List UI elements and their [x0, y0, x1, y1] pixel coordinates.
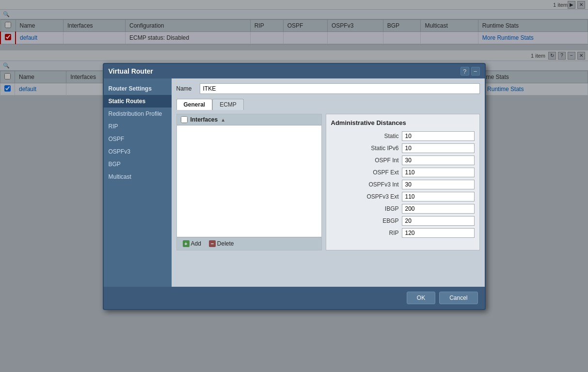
sidebar-item-ospf[interactable]: OSPF — [104, 133, 172, 145]
delete-interface-button[interactable]: − Delete — [207, 239, 236, 248]
admin-field-input-3[interactable] — [402, 168, 475, 177]
interfaces-body — [177, 125, 321, 237]
sidebar-item-redistribution[interactable]: Redistribution Profile — [104, 108, 172, 120]
interfaces-header-label: Interfaces — [191, 116, 218, 123]
sidebar-item-rip[interactable]: RIP — [104, 120, 172, 133]
admin-row: OSPF Ext — [331, 168, 475, 177]
dialog-title: Virtual Router — [109, 67, 153, 75]
admin-row: IBGP — [331, 204, 475, 214]
name-input[interactable] — [200, 83, 480, 94]
virtual-router-dialog: Virtual Router ? − Router Settings Stati… — [103, 63, 486, 310]
minimize-icon-dialog[interactable]: − — [471, 67, 480, 76]
name-label: Name — [176, 85, 196, 92]
admin-row: OSPFv3 Ext — [331, 192, 475, 202]
tab-content-general: Interfaces ▲ + Add − Delete — [176, 114, 480, 250]
sidebar-item-bgp[interactable]: BGP — [104, 158, 172, 170]
help-icon-dialog[interactable]: ? — [461, 67, 469, 76]
dialog-sidebar: Router Settings Static Routes Redistribu… — [104, 78, 172, 287]
admin-distances-title: Administrative Distances — [331, 119, 475, 126]
interfaces-panel: Interfaces ▲ + Add − Delete — [176, 114, 322, 250]
admin-field-input-1[interactable] — [402, 143, 475, 153]
delete-label: Delete — [217, 240, 234, 247]
name-row: Name — [176, 83, 480, 94]
dialog-footer: OK Cancel — [104, 287, 485, 309]
admin-field-input-8[interactable] — [402, 228, 475, 238]
tabs-row: General ECMP — [176, 99, 480, 110]
sidebar-item-ospfv3[interactable]: OSPFv3 — [104, 145, 172, 158]
admin-field-input-2[interactable] — [402, 155, 475, 165]
admin-row: RIP — [331, 228, 475, 238]
admin-field-input-4[interactable] — [402, 180, 475, 189]
admin-row: OSPFv3 Int — [331, 180, 475, 189]
admin-field-label-8: RIP — [355, 230, 399, 236]
admin-row: EBGP — [331, 216, 475, 226]
admin-fields-container: Static Static IPv6 OSPF Int OSPF Ext OSP… — [331, 131, 475, 238]
sidebar-item-static-routes[interactable]: Static Routes — [104, 95, 172, 108]
admin-field-label-2: OSPF Int — [355, 157, 399, 164]
dialog-header-icons: ? − — [461, 67, 480, 76]
admin-field-label-0: Static — [355, 133, 399, 140]
cancel-button[interactable]: Cancel — [439, 292, 477, 304]
add-label: Add — [191, 240, 201, 247]
admin-row: Static — [331, 131, 475, 141]
admin-field-input-6[interactable] — [402, 204, 475, 214]
admin-field-label-5: OSPFv3 Ext — [355, 193, 399, 200]
admin-distances-panel: Administrative Distances Static Static I… — [326, 114, 480, 250]
interfaces-header: Interfaces ▲ — [177, 114, 321, 125]
dialog-body: Router Settings Static Routes Redistribu… — [104, 78, 485, 287]
tab-ecmp[interactable]: ECMP — [212, 99, 244, 110]
admin-field-label-6: IBGP — [355, 205, 399, 212]
admin-field-label-3: OSPF Ext — [355, 169, 399, 176]
sidebar-item-multicast[interactable]: Multicast — [104, 170, 172, 183]
admin-row: Static IPv6 — [331, 143, 475, 153]
modal-overlay: Virtual Router ? − Router Settings Stati… — [0, 0, 588, 372]
admin-field-label-4: OSPFv3 Int — [355, 181, 399, 188]
delete-icon: − — [209, 240, 216, 247]
admin-row: OSPF Int — [331, 155, 475, 165]
admin-field-input-0[interactable] — [402, 131, 475, 141]
admin-field-label-7: EBGP — [355, 217, 399, 224]
interfaces-select-all[interactable] — [181, 116, 188, 123]
admin-field-input-7[interactable] — [402, 216, 475, 226]
admin-field-label-1: Static IPv6 — [355, 145, 399, 152]
admin-field-input-5[interactable] — [402, 192, 475, 202]
dialog-content: Name General ECMP Interfaces ▲ — [172, 78, 485, 287]
sidebar-section-header: Router Settings — [104, 82, 172, 95]
add-interface-button[interactable]: + Add — [181, 239, 203, 248]
tab-general[interactable]: General — [176, 99, 213, 110]
interfaces-sort-icon[interactable]: ▲ — [221, 117, 225, 123]
dialog-header: Virtual Router ? − — [104, 64, 485, 78]
add-icon: + — [183, 240, 190, 247]
interfaces-footer: + Add − Delete — [177, 237, 321, 250]
ok-button[interactable]: OK — [407, 292, 435, 304]
